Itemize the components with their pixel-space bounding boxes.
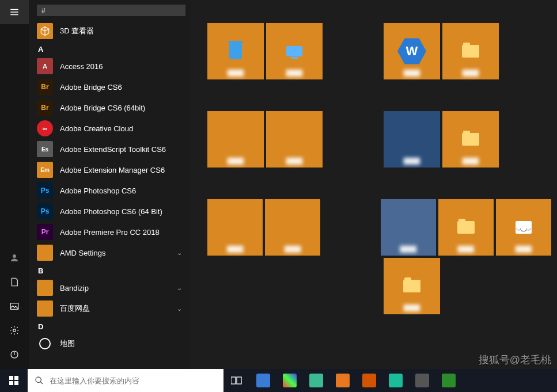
app-extendscript[interactable]: Es Adobe ExtendScript Toolkit CS6 xyxy=(29,139,190,159)
hamburger-button[interactable] xyxy=(0,0,29,24)
power-button[interactable] xyxy=(0,342,29,367)
settings-button[interactable] xyxy=(0,318,29,342)
tile-generic-2[interactable]: ████ xyxy=(266,111,323,168)
app-3d-viewer[interactable]: 3D 查看器 xyxy=(29,21,190,41)
app-list[interactable]: # 3D 查看器 A A Access 2016 Br Adobe Bridge… xyxy=(29,0,190,369)
tile-folder-3[interactable]: ████ xyxy=(438,199,494,256)
taskbar-icons xyxy=(223,369,462,392)
folder-icon xyxy=(457,221,475,234)
account-button[interactable] xyxy=(0,246,29,270)
app-label: Adobe Creative Cloud xyxy=(60,124,182,133)
taskbar-app-8[interactable] xyxy=(435,369,462,392)
chevron-down-icon: ⌄ xyxy=(177,249,182,257)
taskbar-search[interactable] xyxy=(28,369,223,392)
photoshop-icon: Ps xyxy=(37,203,53,219)
app-photoshop64[interactable]: Ps Adobe Photoshop CS6 (64 Bit) xyxy=(29,201,190,222)
app-label: Adobe Bridge CS6 xyxy=(60,83,182,92)
task-view-icon xyxy=(231,376,242,385)
letter-header-d[interactable]: D xyxy=(29,319,190,333)
pictures-icon xyxy=(9,301,20,311)
face-icon: ◡‿◡ xyxy=(516,221,532,234)
tile-folder-4[interactable]: ████ xyxy=(384,258,440,314)
tile-face[interactable]: ◡‿◡████ xyxy=(496,199,551,256)
extendscript-icon: Es xyxy=(37,141,53,157)
chevron-down-icon: ⌄ xyxy=(177,284,182,292)
app-label: Adobe Photoshop CS6 (64 Bit) xyxy=(60,207,182,216)
tile-generic-5[interactable]: ████ xyxy=(265,199,320,256)
taskbar-app-3[interactable] xyxy=(303,369,329,392)
power-icon xyxy=(9,349,20,360)
app-amd-settings[interactable]: AMD Settings ⌄ xyxy=(29,242,190,263)
folder-icon xyxy=(37,280,53,296)
task-view-button[interactable] xyxy=(223,369,250,392)
svg-rect-7 xyxy=(14,381,18,385)
svg-rect-5 xyxy=(14,376,18,380)
gear-icon xyxy=(9,325,20,336)
photoshop-icon: Ps xyxy=(37,182,53,199)
app-bandizip[interactable]: Bandizip ⌄ xyxy=(29,277,190,298)
computer-icon xyxy=(286,46,302,56)
svg-rect-6 xyxy=(9,381,13,385)
extension-manager-icon: Em xyxy=(37,162,53,178)
list-top-hint: # xyxy=(37,5,185,16)
taskbar-app-1[interactable] xyxy=(250,369,276,392)
tile-wps[interactable]: W████ xyxy=(384,23,440,79)
tile-generic-6[interactable]: ████ xyxy=(381,199,436,256)
bridge-icon: Br xyxy=(37,79,53,95)
svg-point-0 xyxy=(13,254,16,258)
taskbar-app-4[interactable] xyxy=(329,369,356,392)
app-label: Adobe Extension Manager CS6 xyxy=(60,166,182,174)
app-bridge64[interactable]: Br Adobe Bridge CS6 (64bit) xyxy=(29,97,190,118)
app-baidu-netdisk[interactable]: 百度网盘 ⌄ xyxy=(29,298,190,319)
letter-header-a[interactable]: A xyxy=(29,41,190,56)
svg-rect-10 xyxy=(237,377,241,384)
tile-generic-3[interactable]: ████ xyxy=(384,111,440,168)
start-menu: # 3D 查看器 A A Access 2016 Br Adobe Bridge… xyxy=(0,0,557,369)
tile-recycle-bin[interactable]: ████ xyxy=(207,23,264,79)
app-premiere[interactable]: Pr Adobe Premiere Pro CC 2018 xyxy=(29,222,190,242)
taskbar-app-6[interactable] xyxy=(382,369,409,392)
tiles-panel: ████ ████ W████ ████ ████ ████ ████ ████… xyxy=(190,0,557,369)
folder-icon xyxy=(37,245,53,261)
folder-icon xyxy=(462,45,479,58)
documents-button[interactable] xyxy=(0,270,29,294)
app-creative-cloud[interactable]: ∞ Adobe Creative Cloud xyxy=(29,118,190,139)
app-label: 百度网盘 xyxy=(60,303,170,314)
tile-folder-2[interactable]: ████ xyxy=(442,111,499,168)
recycle-bin-icon xyxy=(229,43,242,59)
search-input[interactable] xyxy=(50,376,217,385)
taskbar-app-2[interactable] xyxy=(276,369,303,392)
app-label: 3D 查看器 xyxy=(60,26,182,36)
tile-this-pc[interactable]: ████ xyxy=(266,23,323,79)
pictures-button[interactable] xyxy=(0,294,29,318)
camera-icon xyxy=(37,336,53,352)
start-button[interactable] xyxy=(0,369,28,392)
wps-icon: W xyxy=(397,37,426,66)
app-extension-manager[interactable]: Em Adobe Extension Manager CS6 xyxy=(29,159,190,180)
tile-generic-4[interactable]: ████ xyxy=(207,199,263,256)
app-photoshop[interactable]: Ps Adobe Photoshop CS6 xyxy=(29,180,190,201)
app-label: Adobe ExtendScript Toolkit CS6 xyxy=(60,145,182,154)
cube-icon xyxy=(37,23,53,39)
app-bridge[interactable]: Br Adobe Bridge CS6 xyxy=(29,77,190,97)
chevron-down-icon: ⌄ xyxy=(177,305,182,313)
taskbar-app-7[interactable] xyxy=(409,369,435,392)
access-icon: A xyxy=(37,58,53,74)
app-access[interactable]: A Access 2016 xyxy=(29,56,190,77)
app-label: Bandizip xyxy=(60,284,170,292)
tile-generic-1[interactable]: ████ xyxy=(207,111,264,168)
taskbar-app-5[interactable] xyxy=(356,369,382,392)
premiere-icon: Pr xyxy=(37,224,53,240)
folder-icon xyxy=(403,280,420,292)
tile-row-2: ████ ████ ████ ████ xyxy=(207,111,551,168)
app-label: Adobe Bridge CS6 (64bit) xyxy=(60,104,182,112)
letter-header-b[interactable]: B xyxy=(29,263,190,277)
app-maps[interactable]: 地图 xyxy=(29,333,190,354)
tile-row-3: ████ ████ ████ ████ ◡‿◡████ xyxy=(207,199,551,256)
app-label: 地图 xyxy=(60,338,182,349)
app-label: Access 2016 xyxy=(60,62,182,71)
svg-rect-1 xyxy=(10,303,18,310)
app-label: Adobe Premiere Pro CC 2018 xyxy=(60,228,182,237)
tile-row-4: ████ xyxy=(207,258,551,314)
tile-folder-1[interactable]: ████ xyxy=(442,23,499,79)
